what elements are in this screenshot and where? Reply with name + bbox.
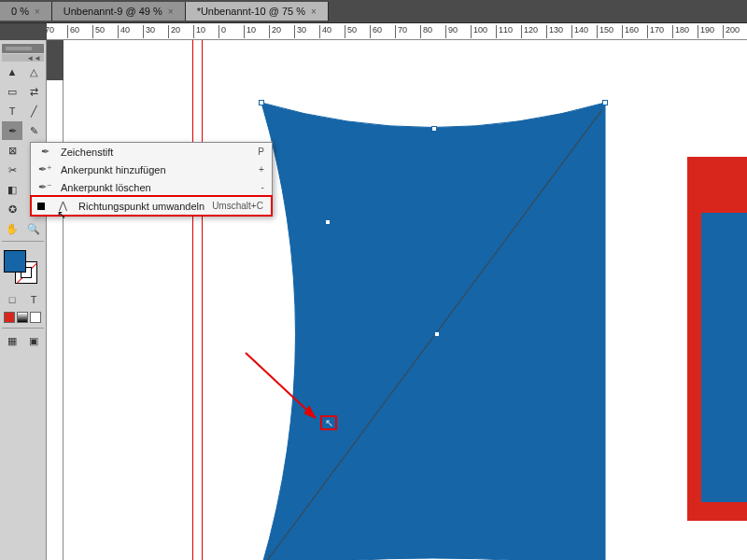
handle-anchor[interactable] (325, 219, 331, 225)
pen-tool[interactable]: ✒ (2, 121, 22, 140)
tab-doc-0[interactable]: 0 %× (0, 2, 52, 21)
shape-anchor[interactable] (259, 100, 264, 105)
pen-icon: ✒ (36, 146, 53, 158)
hand-tool[interactable]: ✋ (2, 219, 22, 238)
pen-tool-flyout: ✒ Zeichenstift P ✒⁺ Ankerpunkt hinzufüge… (30, 142, 273, 217)
close-icon[interactable]: × (35, 7, 40, 17)
note-tool[interactable]: ✪ (2, 200, 22, 218)
active-marker (37, 203, 45, 210)
panel-grip[interactable] (2, 44, 44, 53)
red-blue-rect[interactable] (687, 157, 747, 521)
canvas[interactable]: ↖ (63, 40, 747, 560)
page-tool[interactable]: ▭ (2, 82, 22, 101)
blue-shape[interactable] (260, 101, 633, 560)
fill-stroke-proxy[interactable] (4, 250, 37, 284)
cursor-icon: ↖ (57, 208, 66, 221)
menu-delete-anchor[interactable]: ✒⁻ Ankerpunkt löschen - (31, 178, 272, 196)
close-icon[interactable]: × (311, 7, 317, 17)
zoom-tool[interactable]: 🔍 (23, 219, 44, 238)
apply-none[interactable] (30, 312, 41, 323)
gradient-swatch-tool[interactable]: ◧ (2, 180, 22, 199)
shape-anchor[interactable] (602, 100, 608, 105)
apply-swatches (4, 312, 42, 323)
menu-pen[interactable]: ✒ Zeichenstift P (31, 143, 272, 161)
rectangle-frame-tool[interactable]: ⊠ (2, 141, 22, 160)
gap-tool[interactable]: ⇄ (23, 82, 44, 101)
scissors-tool[interactable]: ✂ (2, 161, 22, 179)
direct-selection-tool[interactable]: △ (23, 63, 44, 81)
callout-arrow (241, 348, 334, 432)
panel-collapse[interactable]: ◄◄ (2, 54, 44, 62)
svg-line-2 (246, 353, 316, 418)
menu-add-anchor[interactable]: ✒⁺ Ankerpunkt hinzufügen + (31, 161, 272, 178)
horizontal-ruler: 7060504030201001020304050607080901001101… (47, 23, 747, 40)
tab-doc-2[interactable]: *Unbenannt-10 @ 75 %× (186, 2, 329, 21)
apply-gradient[interactable] (17, 312, 28, 323)
shape-anchor[interactable] (431, 126, 437, 132)
pen-minus-icon: ✒⁻ (36, 181, 53, 193)
guide-vertical[interactable] (202, 40, 203, 560)
svg-marker-3 (304, 406, 316, 418)
view-mode-preview[interactable]: ▣ (23, 331, 44, 350)
guide-vertical[interactable] (192, 40, 193, 560)
formatting-text[interactable]: T (23, 290, 44, 309)
fill-swatch[interactable] (4, 250, 26, 273)
view-mode-normal[interactable]: ▦ (2, 331, 22, 350)
close-icon[interactable]: × (168, 7, 174, 17)
type-tool[interactable]: T (2, 102, 22, 120)
center-anchor[interactable] (434, 331, 440, 337)
apply-color[interactable] (4, 312, 15, 323)
pen-plus-icon: ✒⁺ (36, 163, 53, 175)
document-tabs: 0 %× Unbenannt-9 @ 49 %× *Unbenannt-10 @… (0, 0, 747, 23)
selection-tool[interactable]: ▲ (2, 63, 22, 81)
formatting-container[interactable]: □ (2, 290, 22, 309)
line-tool[interactable]: ╱ (23, 102, 44, 120)
tab-doc-1[interactable]: Unbenannt-9 @ 49 %× (52, 2, 186, 21)
tools-panel: ◄◄ ▲△ ▭⇄ T╱ ✒✎ ⊠□ ✂⊞ ◧◨ ✪✑ ✋🔍 □T ▦▣ (0, 40, 47, 560)
svg-rect-1 (701, 213, 747, 502)
pencil-tool[interactable]: ✎ (23, 121, 44, 140)
